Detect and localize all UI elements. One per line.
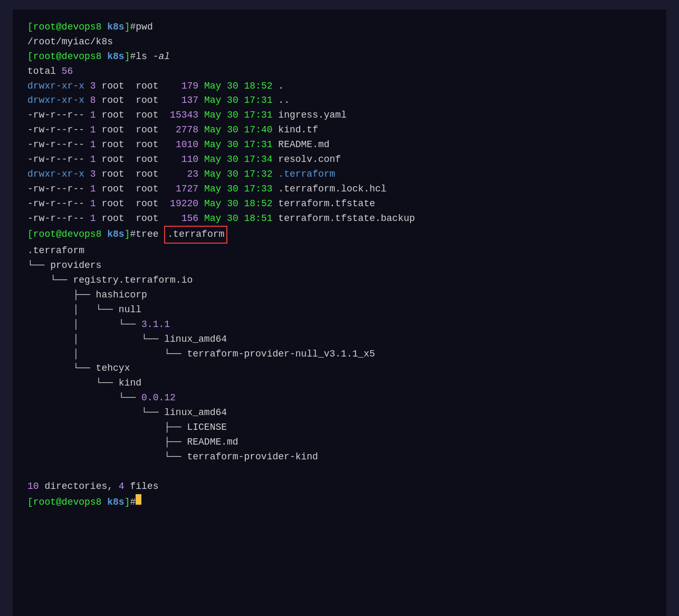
day-6: 30: [221, 152, 238, 167]
fname-9: terraform.tfstate: [273, 197, 375, 211]
links-8: 1: [90, 182, 96, 197]
ls-row-1: drwxr-xr-x 3 root root 179 May 30 18:52 …: [27, 79, 652, 94]
day-1: 30: [221, 79, 238, 94]
tree-root: .terraform: [27, 244, 652, 258]
prompt-at3: @: [56, 227, 62, 242]
dir-count: 10: [27, 479, 39, 494]
owner-2: [84, 93, 90, 108]
ls-row-3: -rw-r--r-- 1 root root 15343 May 30 17:3…: [27, 108, 652, 123]
tree-license: ├── LICENSE: [27, 420, 652, 435]
fname-10: terraform.tfstate.backup: [273, 211, 415, 226]
bracket-close2: ]: [125, 50, 130, 64]
fname-8: .terraform.lock.hcl: [273, 182, 387, 197]
user-2: root root: [96, 93, 181, 108]
bracket-open4: [: [27, 495, 33, 510]
size-4: 2778: [176, 123, 198, 138]
fname-1: .: [273, 79, 284, 94]
user-3: root root: [96, 108, 170, 123]
bracket-open2: [: [27, 50, 33, 64]
owner-4: [84, 123, 90, 138]
owner-10: [84, 211, 90, 226]
prompt-dir2: k8s: [107, 50, 124, 64]
tree-root-dir: .terraform: [27, 244, 84, 258]
owner-7: [84, 167, 90, 182]
perm-file-6: -rw-r--r--: [27, 152, 84, 167]
size-6: 110: [181, 152, 198, 167]
tree-l3b: └── tehcyx: [27, 361, 130, 376]
ls-row-5: -rw-r--r-- 1 root root 1010 May 30 17:31…: [27, 138, 652, 152]
final-hash: #: [130, 495, 136, 510]
tree-l4b: └── kind: [27, 376, 141, 391]
links-10: 1: [90, 211, 96, 226]
tree-linux-amd64-2: └── linux_amd64: [27, 406, 652, 420]
prompt-user4: root: [33, 495, 56, 510]
fname-6: resolv.conf: [273, 152, 341, 167]
final-prompt-line: [root@devops8 k8s]#: [27, 494, 652, 510]
tree-l6a: │ └── linux_amd64: [27, 332, 227, 347]
time-5: 17:31: [238, 138, 273, 152]
size-5: 1010: [176, 138, 198, 152]
tree-hashicorp: ├── hashicorp: [27, 288, 652, 303]
owner-8: [84, 182, 90, 197]
ls-command-line: [root@devops8 k8s]#ls -al: [27, 50, 652, 64]
perm-file-10: -rw-r--r--: [27, 211, 84, 226]
day-4: 30: [221, 123, 238, 138]
perm-file-8: -rw-r--r--: [27, 182, 84, 197]
blank-line: [27, 465, 652, 479]
user-6: root root: [96, 152, 181, 167]
file-count: 4: [119, 479, 125, 494]
tree-tehcyx: └── tehcyx: [27, 361, 652, 376]
tree-null: │ └── null: [27, 303, 652, 317]
perm-file-4: -rw-r--r--: [27, 123, 84, 138]
month-3: May: [198, 108, 221, 123]
month-8: May: [198, 182, 221, 197]
perm-file-9: -rw-r--r--: [27, 197, 84, 211]
fname-7: .terraform: [273, 167, 336, 182]
time-8: 17:33: [238, 182, 273, 197]
ls-row-8: -rw-r--r-- 1 root root 1727 May 30 17:33…: [27, 182, 652, 197]
time-1: 18:52: [238, 79, 273, 94]
total-num: 56: [62, 64, 73, 79]
size-2: 137: [181, 93, 198, 108]
tree-l7c: ├── README.md: [27, 435, 238, 450]
tree-l6b: └── linux_amd64: [27, 406, 227, 420]
user-4: root root: [96, 123, 176, 138]
size-10: 156: [181, 211, 198, 226]
prompt-at4: @: [56, 495, 62, 510]
user-9: root root: [96, 197, 170, 211]
tree-provider-null: │ └── terraform-provider-null_v3.1.1_x5: [27, 347, 652, 362]
tree-l7a: │ └── terraform-provider-null_v3.1.1_x5: [27, 347, 375, 362]
user-1: root root: [96, 79, 181, 94]
time-3: 17:31: [238, 108, 273, 123]
perm-dir-2: drwxr-xr-x: [27, 93, 84, 108]
file-label: files: [125, 479, 159, 494]
day-2: 30: [221, 93, 238, 108]
total-label: total: [27, 64, 62, 79]
tree-provider-kind: └── terraform-provider-kind: [27, 450, 652, 465]
tree-l5a: │ └──: [27, 317, 141, 332]
day-7: 30: [221, 167, 238, 182]
prompt-host3: devops8: [62, 227, 107, 242]
prompt-host: devops8: [62, 20, 107, 35]
prompt-user: root: [33, 20, 56, 35]
fname-4: kind.tf: [273, 123, 318, 138]
month-6: May: [198, 152, 221, 167]
tree-providers: └── providers: [27, 258, 652, 273]
month-1: May: [198, 79, 221, 94]
fname-2: ..: [273, 93, 290, 108]
pwd-result: /root/myiac/k8s: [27, 35, 113, 50]
tree-0012: └── 0.0.12: [27, 391, 652, 406]
dir-label: directories,: [39, 479, 119, 494]
tree-l3: ├── hashicorp: [27, 288, 147, 303]
month-2: May: [198, 93, 221, 108]
tree-version-2: 0.0.12: [141, 391, 176, 406]
tree-kind: └── kind: [27, 376, 652, 391]
bracket-open: [: [27, 20, 33, 35]
size-1: 179: [181, 79, 198, 94]
size-9: 19220: [170, 197, 198, 211]
perm-file-5: -rw-r--r--: [27, 138, 84, 152]
user-10: root root: [96, 211, 181, 226]
terminal: { "terminal": { "title": "Terminal - roo…: [13, 9, 666, 616]
ls-row-2: drwxr-xr-x 8 root root 137 May 30 17:31 …: [27, 93, 652, 108]
day-5: 30: [221, 138, 238, 152]
